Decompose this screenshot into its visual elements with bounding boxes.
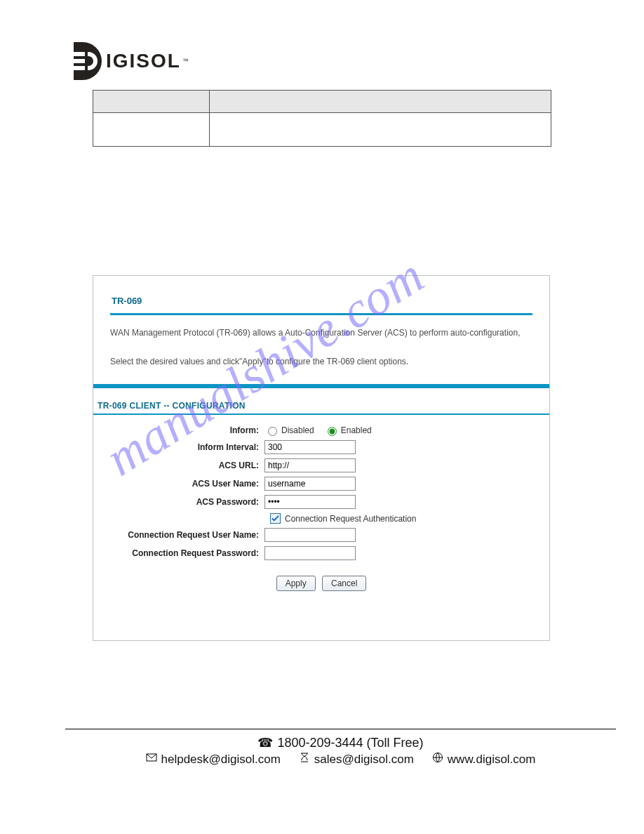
- inform-enabled-option[interactable]: Enabled: [324, 425, 372, 436]
- cr-password-input[interactable]: [264, 546, 356, 560]
- apply-button[interactable]: Apply: [276, 576, 316, 591]
- globe-icon: [432, 752, 443, 767]
- acs-password-label: ACS Password:: [110, 497, 264, 507]
- params-table: [93, 90, 551, 147]
- phone-icon: ☎: [257, 735, 273, 750]
- page-footer: ☎ 1800-209-3444 (Toll Free) helpdesk@dig…: [65, 729, 616, 767]
- hourglass-icon: [299, 752, 310, 767]
- cr-username-label: Connection Request User Name:: [110, 530, 264, 540]
- inform-label: Inform:: [110, 425, 264, 435]
- inform-disabled-radio[interactable]: [268, 427, 277, 436]
- cr-password-label: Connection Request Password:: [110, 548, 264, 558]
- footer-helpdesk: helpdesk@digisol.com: [161, 753, 281, 767]
- cr-username-input[interactable]: [264, 528, 356, 542]
- table-row: [93, 113, 210, 147]
- acs-username-input[interactable]: [264, 477, 356, 491]
- tr069-form: Inform: Disabled Enabled Inform Interval…: [110, 425, 532, 591]
- panel-title: TR-069: [110, 289, 532, 310]
- footer-phone: 1800-209-3444 (Toll Free): [277, 736, 423, 750]
- footer-sales: sales@digisol.com: [314, 753, 414, 767]
- trademark: ™: [182, 58, 189, 65]
- brand-name: IGISOL: [106, 50, 181, 72]
- table-row: [210, 113, 551, 147]
- col-parameters: [93, 91, 210, 113]
- cancel-button[interactable]: Cancel: [322, 576, 366, 591]
- mail-icon: [146, 752, 157, 767]
- logo-mark-icon: [74, 42, 102, 80]
- panel-description: WAN Management Protocol (TR-069) allows …: [110, 326, 532, 369]
- acs-password-input[interactable]: [264, 495, 356, 509]
- acs-url-label: ACS URL:: [110, 461, 264, 470]
- check-icon: [271, 515, 279, 522]
- brand-logo: IGISOL ™: [74, 41, 203, 81]
- acs-username-label: ACS User Name:: [110, 479, 264, 489]
- tr069-panel: TR-069 WAN Management Protocol (TR-069) …: [93, 275, 550, 641]
- section-title: TR-069 CLIENT -- CONFIGURATION: [93, 401, 549, 415]
- col-description: [210, 91, 551, 113]
- footer-web: www.digisol.com: [448, 753, 536, 767]
- acs-url-input[interactable]: [264, 458, 356, 472]
- inform-enabled-radio[interactable]: [328, 427, 337, 436]
- inform-interval-label: Inform Interval:: [110, 442, 264, 452]
- conn-req-auth-label: Connection Request Authentication: [285, 514, 416, 524]
- conn-req-auth-checkbox[interactable]: [270, 513, 281, 524]
- inform-interval-input[interactable]: [264, 440, 356, 454]
- inform-disabled-option[interactable]: Disabled: [264, 425, 314, 436]
